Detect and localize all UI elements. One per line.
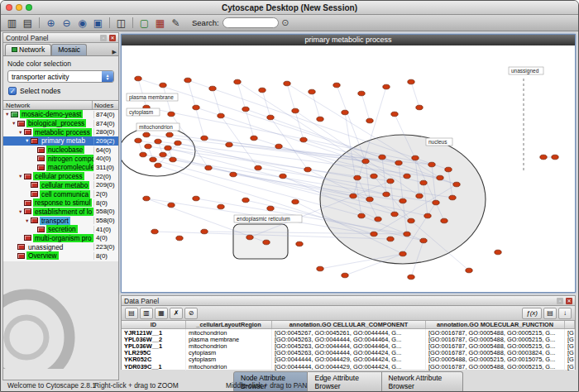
network-node[interactable] <box>358 213 365 218</box>
network-node[interactable] <box>135 76 141 81</box>
network-node[interactable] <box>201 229 208 234</box>
network-node[interactable] <box>201 136 208 141</box>
clear-attribute-icon[interactable]: ⊘ <box>184 308 198 319</box>
tree-row[interactable]: nitrogen compo40(0) <box>3 154 118 163</box>
network-node[interactable] <box>267 115 274 120</box>
tree-row[interactable]: secretion41(0) <box>3 225 118 234</box>
network-node[interactable] <box>168 203 175 208</box>
table-column-header[interactable] <box>565 321 575 328</box>
network-node[interactable] <box>230 172 237 177</box>
network-node[interactable] <box>342 110 348 115</box>
network-node[interactable] <box>408 275 414 280</box>
annotation-icon[interactable]: ✎ <box>168 16 184 30</box>
table-column-header[interactable]: annotation.GO MOLECULAR_FUNCTION <box>426 321 565 328</box>
network-node[interactable] <box>416 105 423 110</box>
import-attributes-icon[interactable]: ↓ <box>558 308 572 319</box>
network-node[interactable] <box>175 141 181 146</box>
network-node[interactable] <box>391 112 398 117</box>
network-node[interactable] <box>540 155 547 160</box>
network-node[interactable] <box>445 167 452 172</box>
network-node[interactable] <box>150 157 156 162</box>
tree-row[interactable]: ▼transport558(0) <box>3 216 118 225</box>
network-node[interactable] <box>433 200 439 205</box>
network-view-title[interactable]: primary metabolic process <box>122 35 575 45</box>
network-node[interactable] <box>317 117 323 122</box>
network-node[interactable] <box>391 212 398 217</box>
network-node[interactable] <box>218 113 224 118</box>
tree-row[interactable]: multi-organism pro4(0) <box>3 234 118 243</box>
network-node[interactable] <box>140 152 146 157</box>
network-node[interactable] <box>408 79 414 84</box>
show-graphics-details-icon[interactable]: ◫ <box>113 16 129 30</box>
network-canvas[interactable]: plasma membranecytoplasmmitochondrionnuc… <box>122 45 575 292</box>
select-nodes-row[interactable]: ✓ Select nodes <box>7 83 114 98</box>
network-node[interactable] <box>263 240 270 245</box>
network-node[interactable] <box>342 273 348 278</box>
network-node[interactable] <box>160 83 166 88</box>
network-node[interactable] <box>170 157 176 162</box>
table-column-header[interactable]: ID <box>122 321 186 328</box>
tree-row[interactable]: ▼biological_process874(0) <box>3 119 118 128</box>
close-data-panel-icon[interactable]: ✕ <box>566 298 572 304</box>
network-node[interactable] <box>420 238 427 243</box>
network-node[interactable] <box>242 107 249 112</box>
tree-row[interactable]: ▼primary metab209(2) <box>3 136 118 146</box>
select-attributes-icon[interactable]: ▤ <box>125 308 138 319</box>
network-node[interactable] <box>160 152 166 157</box>
tree-row[interactable]: ▼metabolic process280(0) <box>3 127 118 136</box>
tree-row[interactable]: cellular metabo209(0) <box>3 181 118 190</box>
network-node[interactable] <box>453 182 460 187</box>
network-node[interactable] <box>155 139 161 144</box>
tree-disclosure-icon[interactable]: ▼ <box>5 112 11 117</box>
network-node[interactable] <box>416 194 423 198</box>
network-node[interactable] <box>193 196 199 201</box>
network-node[interactable] <box>317 266 323 271</box>
network-node[interactable] <box>166 132 173 137</box>
close-panel-icon[interactable]: ✕ <box>109 35 116 41</box>
network-node[interactable] <box>275 144 282 149</box>
network-node[interactable] <box>267 206 274 211</box>
save-session-icon[interactable]: ▥ <box>4 16 20 30</box>
tree-disclosure-icon[interactable]: ▼ <box>25 218 31 223</box>
tab-network[interactable]: Network <box>5 44 51 55</box>
network-node[interactable] <box>495 250 501 255</box>
new-network-from-selection-icon[interactable]: ▦ <box>152 16 168 30</box>
network-node[interactable] <box>304 167 311 172</box>
tab-mosaic[interactable]: Mosaic <box>51 44 87 55</box>
select-nodes-checkbox[interactable]: ✓ <box>8 87 17 95</box>
tree-row[interactable]: ▼cellular process22(0) <box>3 172 118 181</box>
delete-attribute-icon[interactable]: ✗ <box>170 308 183 319</box>
tree-row[interactable]: ▼mosaic-demo-yeast874(0) <box>3 110 118 119</box>
tree-row[interactable]: response to stimul8(0) <box>3 198 118 208</box>
network-node[interactable] <box>309 89 315 94</box>
network-node[interactable] <box>387 179 394 184</box>
network-node[interactable] <box>300 137 307 142</box>
network-node[interactable] <box>209 86 216 91</box>
network-node[interactable] <box>371 232 377 237</box>
network-node[interactable] <box>420 180 427 185</box>
network-node[interactable] <box>280 174 286 179</box>
tree-disclosure-icon[interactable]: ▼ <box>12 121 17 126</box>
zoom-selected-icon[interactable]: ◉ <box>74 16 90 30</box>
zoom-fit-icon[interactable]: ▣ <box>90 16 106 30</box>
network-node[interactable] <box>193 105 199 110</box>
network-node[interactable] <box>383 84 390 89</box>
network-node[interactable] <box>143 196 150 201</box>
network-node[interactable] <box>292 108 299 113</box>
tree-row[interactable]: macromolecule311(0) <box>3 163 118 172</box>
network-node[interactable] <box>176 236 183 241</box>
tree-disclosure-icon[interactable]: ▼ <box>25 138 31 143</box>
network-node[interactable] <box>404 174 410 179</box>
network-node[interactable] <box>165 146 171 151</box>
network-node[interactable] <box>400 251 406 256</box>
network-node[interactable] <box>333 83 340 88</box>
network-node[interactable] <box>449 195 456 200</box>
network-node[interactable] <box>441 218 447 223</box>
network-node[interactable] <box>205 165 212 170</box>
network-node[interactable] <box>428 162 435 167</box>
network-node[interactable] <box>350 194 356 198</box>
tree-row[interactable]: ▼establishment of lo558(0) <box>3 208 118 217</box>
unselect-attributes-icon[interactable]: ▥ <box>140 308 153 319</box>
float-data-panel-icon[interactable]: ▫ <box>557 298 563 304</box>
network-node[interactable] <box>466 268 472 273</box>
